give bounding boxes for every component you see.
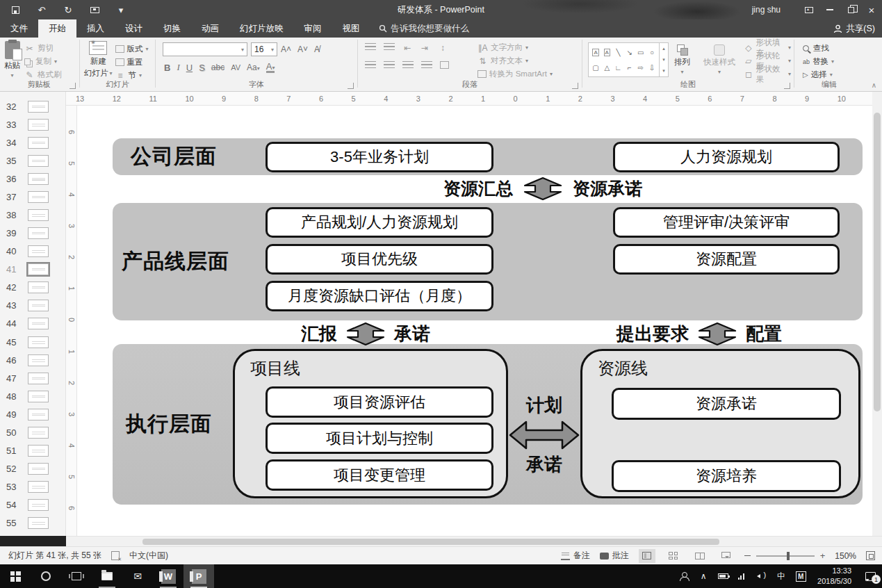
slide-thumbnail[interactable]: 51 (0, 442, 65, 459)
slide-thumbnail[interactable]: 39 (0, 225, 65, 242)
dialog-launcher-icon[interactable] (348, 83, 354, 89)
diagram-box[interactable]: 项目优先级 (266, 244, 493, 275)
bullets-icon[interactable] (365, 43, 376, 51)
down-arrow-shape-icon[interactable]: ⇩ (649, 64, 655, 72)
rectangle-shape-icon[interactable]: ▭ (637, 49, 644, 56)
undo-icon[interactable]: ↶ (36, 4, 47, 15)
diagram-box[interactable]: 资源承诺 (612, 388, 841, 420)
comments-toggle[interactable]: 批注 (600, 550, 629, 562)
battery-tray-button[interactable] (713, 564, 733, 588)
thumbnail-preview[interactable] (28, 391, 49, 402)
thumbnail-preview[interactable] (28, 409, 49, 420)
band-product-line-level[interactable]: 产品线层面 产品规划/人力资源规划 项目优先级 月度资源缺口评估（月度） 管理评… (113, 203, 863, 320)
thumbnail-preview[interactable] (28, 300, 49, 311)
zoom-out-button[interactable] (744, 555, 751, 557)
redo-icon[interactable]: ↻ (63, 4, 74, 15)
slide-thumbnail[interactable]: 33 (0, 116, 65, 133)
thumbnail-preview[interactable] (28, 173, 49, 185)
new-slide-button[interactable]: 新建 幻灯片▾ (84, 38, 113, 82)
thumbnail-preview[interactable] (28, 481, 49, 493)
rounded-rectangle-shape-icon[interactable]: ▢ (592, 64, 598, 72)
thumbnail-preview[interactable] (28, 463, 49, 475)
action-center-button[interactable]: 1 (858, 564, 882, 588)
slide-thumbnail[interactable]: 47 (0, 370, 65, 386)
font-color-button[interactable]: A▾ (266, 62, 275, 73)
tab-review[interactable]: 审阅 (294, 19, 332, 38)
slideshow-view-button[interactable] (718, 549, 735, 563)
close-button[interactable]: × (861, 0, 882, 19)
diagram-box[interactable]: 项目变更管理 (266, 459, 493, 491)
volume-tray-button[interactable] (752, 564, 771, 588)
horizontal-scrollbar[interactable] (66, 536, 882, 546)
tab-design[interactable]: 设计 (115, 19, 153, 38)
thumbnail-preview[interactable] (28, 263, 49, 275)
justify-icon[interactable] (421, 61, 432, 70)
thumbnail-preview[interactable] (28, 354, 49, 366)
line-spacing-icon[interactable]: ↕ (437, 43, 448, 53)
columns-icon[interactable] (440, 61, 449, 69)
tab-insert[interactable]: 插入 (76, 19, 115, 38)
bold-button[interactable]: B (164, 63, 170, 73)
text-direction-button[interactable]: ∥A文字方向▾ (476, 41, 554, 54)
slide-thumbnail[interactable]: 38 (0, 206, 65, 223)
signed-in-user[interactable]: jing shu (752, 5, 781, 15)
slide-thumbnail[interactable]: 44 (0, 316, 65, 332)
slide-thumbnail[interactable]: 52 (0, 461, 65, 477)
dialog-launcher-icon[interactable] (70, 83, 76, 89)
grow-font-button[interactable]: A˄ (281, 44, 291, 54)
tab-view[interactable]: 视图 (332, 19, 370, 38)
change-case-button[interactable]: Aa▾ (247, 63, 260, 72)
tab-transitions[interactable]: 切换 (153, 19, 191, 38)
tab-animations[interactable]: 动画 (191, 19, 229, 38)
triangle-shape-icon[interactable]: △ (604, 64, 610, 72)
thumbnail-preview[interactable] (28, 209, 49, 221)
normal-view-button[interactable] (639, 549, 655, 563)
language-status[interactable]: 中文(中国) (129, 550, 168, 562)
slide-thumbnail[interactable]: 36 (0, 170, 65, 187)
elbow-arrow-connector-icon[interactable]: ⌐ (628, 64, 632, 72)
save-icon[interactable] (10, 4, 21, 15)
slide-thumbnail[interactable]: 49 (0, 406, 65, 423)
arrow-row-report-commit[interactable]: 汇报 承诺 (286, 321, 446, 346)
people-tray-button[interactable] (674, 564, 694, 588)
oval-shape-icon[interactable]: ○ (650, 49, 654, 56)
thumbnail-preview[interactable] (28, 517, 49, 529)
container-resource-line[interactable]: 资源线 资源承诺 资源培养 (580, 349, 860, 498)
tell-me-search[interactable]: 告诉我你想要做什么 (370, 19, 478, 38)
thumbnail-preview[interactable] (28, 155, 49, 167)
slide-thumbnail[interactable]: 50 (0, 424, 65, 441)
taskbar-clock[interactable]: 13:33 2018/5/30 (810, 566, 858, 587)
diagram-box[interactable]: 项目计划与控制 (266, 423, 493, 454)
mail-button[interactable]: ✉ (122, 564, 153, 588)
character-spacing-button[interactable]: AV (231, 63, 240, 72)
dialog-launcher-icon[interactable] (572, 83, 578, 89)
thumbnail-preview[interactable] (28, 373, 49, 384)
layout-button[interactable]: 版式▾ (114, 42, 150, 56)
reset-button[interactable]: 重置 (114, 56, 150, 69)
thumbnail-preview[interactable] (28, 445, 49, 457)
diagram-box[interactable]: 产品规划/人力资源规划 (266, 207, 493, 238)
ime-language-button[interactable]: 中 (771, 564, 791, 588)
slide-thumbnail[interactable]: 40 (0, 243, 65, 260)
font-name-combo[interactable]: ▾ (163, 42, 247, 56)
slide-thumbnail[interactable]: 32 (0, 98, 65, 115)
align-center-icon[interactable] (384, 61, 395, 70)
notes-toggle[interactable]: 备注 (561, 550, 590, 562)
gallery-scrollbar[interactable]: ▴▾▾ (659, 43, 668, 76)
slide-sorter-view-button[interactable] (665, 549, 682, 563)
elbow-connector-icon[interactable]: ∟ (615, 64, 622, 72)
word-taskbar-button[interactable]: W (153, 564, 183, 588)
decrease-indent-icon[interactable]: ⇤ (402, 43, 412, 53)
slide-thumbnail[interactable]: 37 (0, 188, 65, 205)
zoom-slider[interactable] (756, 555, 815, 557)
textbox-shape-icon[interactable]: A (592, 49, 598, 56)
start-slideshow-icon[interactable] (89, 4, 100, 15)
diagram-box[interactable]: 资源培养 (612, 460, 841, 492)
clear-formatting-button[interactable]: A̸ (314, 44, 320, 54)
slide-thumbnail[interactable]: 34 (0, 134, 65, 151)
right-arrow-shape-icon[interactable]: ⇨ (638, 64, 644, 72)
align-left-icon[interactable] (365, 61, 376, 70)
ribbon-display-options-button[interactable] (799, 0, 819, 19)
arrange-button[interactable]: 排列 ▾ (674, 40, 690, 75)
customize-qat-icon[interactable]: ▾ (115, 4, 126, 15)
